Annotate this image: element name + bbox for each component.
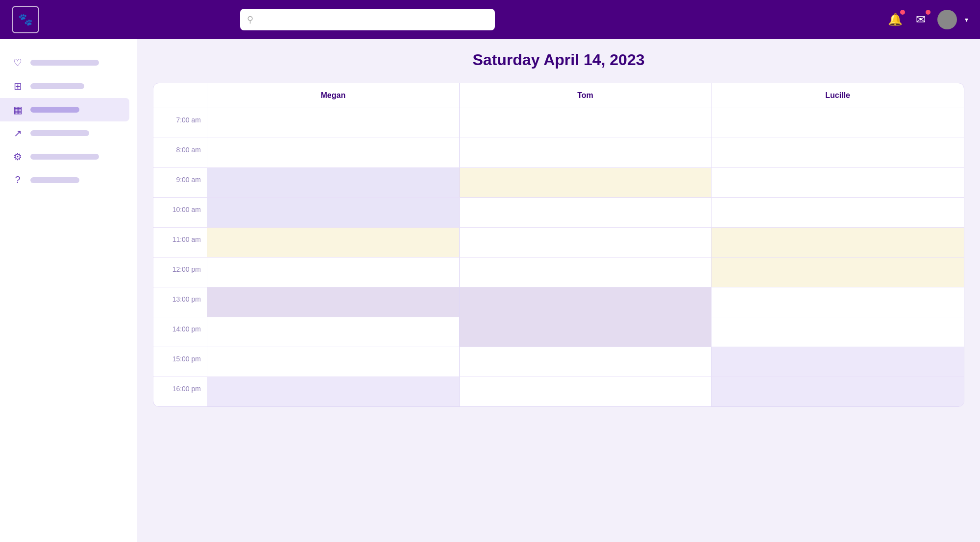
time-label: 7:00 am (153, 108, 207, 138)
sidebar-item-shop-label (30, 83, 84, 89)
time-row: 9:00 am (153, 168, 964, 198)
time-label: 11:00 am (153, 228, 207, 257)
sidebar-item-settings[interactable]: ⚙ (0, 145, 129, 168)
cell-14-00-pm-megan[interactable] (207, 317, 460, 347)
logo[interactable]: 🐾 (12, 6, 39, 33)
cell-8-00-am-lucille[interactable] (711, 138, 964, 167)
settings-icon: ⚙ (12, 151, 24, 163)
messages-button[interactable]: ✉ (912, 11, 930, 28)
notification-button[interactable]: 🔔 (886, 11, 904, 28)
time-row: 15:00 pm (153, 347, 964, 377)
sidebar-item-analytics-label (30, 130, 89, 136)
search-icon: ⚲ (247, 14, 253, 25)
column-header-tom: Tom (460, 83, 712, 108)
cell-13-00-pm-megan[interactable] (207, 287, 460, 317)
time-label: 14:00 pm (153, 317, 207, 347)
calendar-body: 7:00 am8:00 am9:00 am10:00 am11:00 am12:… (153, 108, 964, 406)
cell-15-00-pm-megan[interactable] (207, 347, 460, 377)
time-row: 11:00 am (153, 228, 964, 258)
time-label: 16:00 pm (153, 377, 207, 406)
cell-15-00-pm-lucille[interactable] (711, 347, 964, 377)
time-label: 12:00 pm (153, 258, 207, 287)
column-header-lucille: Lucille (711, 83, 964, 108)
cell-7-00-am-megan[interactable] (207, 108, 460, 138)
calendar-header: Megan Tom Lucille (153, 83, 964, 108)
cell-14-00-pm-tom[interactable] (460, 317, 712, 347)
time-label: 15:00 pm (153, 347, 207, 377)
column-header-megan: Megan (207, 83, 460, 108)
sidebar-item-help[interactable]: ? (0, 168, 129, 191)
cell-16-00-pm-megan[interactable] (207, 377, 460, 406)
cell-11-00-am-lucille[interactable] (711, 228, 964, 257)
cell-13-00-pm-lucille[interactable] (711, 287, 964, 317)
cell-7-00-am-lucille[interactable] (711, 108, 964, 138)
cell-14-00-pm-lucille[interactable] (711, 317, 964, 347)
cell-7-00-am-tom[interactable] (460, 108, 712, 138)
cell-12-00-pm-megan[interactable] (207, 258, 460, 287)
sidebar-item-shop[interactable]: ⊞ (0, 74, 129, 98)
shop-icon: ⊞ (12, 80, 24, 92)
cell-15-00-pm-tom[interactable] (460, 347, 712, 377)
sidebar: ♡ ⊞ ▦ ↗ ⚙ ? (0, 39, 137, 542)
sidebar-item-settings-label (30, 154, 99, 160)
cell-10-00-am-lucille[interactable] (711, 198, 964, 227)
cell-10-00-am-tom[interactable] (460, 198, 712, 227)
cell-9-00-am-lucille[interactable] (711, 168, 964, 197)
time-label: 9:00 am (153, 168, 207, 197)
sidebar-item-health[interactable]: ♡ (0, 51, 129, 74)
cell-16-00-pm-tom[interactable] (460, 377, 712, 406)
cell-13-00-pm-tom[interactable] (460, 287, 712, 317)
sidebar-item-analytics[interactable]: ↗ (0, 121, 129, 145)
search-container: ⚲ (240, 9, 495, 30)
cell-10-00-am-megan[interactable] (207, 198, 460, 227)
cell-8-00-am-megan[interactable] (207, 138, 460, 167)
header-actions: 🔔 ✉ ▾ (886, 10, 968, 29)
sidebar-item-calendar-label (30, 107, 79, 113)
message-badge (925, 9, 931, 16)
analytics-icon: ↗ (12, 127, 24, 139)
cell-12-00-pm-tom[interactable] (460, 258, 712, 287)
cell-9-00-am-megan[interactable] (207, 168, 460, 197)
sidebar-item-calendar[interactable]: ▦ (0, 98, 129, 121)
time-row: 16:00 pm (153, 377, 964, 406)
content-area: Saturday April 14, 2023 Megan Tom Lucill… (137, 39, 980, 542)
time-label: 13:00 pm (153, 287, 207, 317)
chevron-down-icon[interactable]: ▾ (965, 16, 968, 24)
time-row: 13:00 pm (153, 287, 964, 317)
time-column-header (153, 83, 207, 108)
search-input[interactable] (240, 9, 495, 30)
time-label: 8:00 am (153, 138, 207, 167)
cell-11-00-am-megan[interactable] (207, 228, 460, 257)
time-row: 12:00 pm (153, 258, 964, 287)
help-icon: ? (12, 174, 24, 186)
health-icon: ♡ (12, 57, 24, 69)
cell-16-00-pm-lucille[interactable] (711, 377, 964, 406)
header: 🐾 ⚲ 🔔 ✉ ▾ (0, 0, 980, 39)
cell-8-00-am-tom[interactable] (460, 138, 712, 167)
cell-11-00-am-tom[interactable] (460, 228, 712, 257)
time-row: 8:00 am (153, 138, 964, 168)
time-row: 10:00 am (153, 198, 964, 228)
main-layout: ♡ ⊞ ▦ ↗ ⚙ ? Saturday April 14, 2023 (0, 39, 980, 542)
sidebar-item-help-label (30, 177, 79, 183)
time-label: 10:00 am (153, 198, 207, 227)
time-row: 7:00 am (153, 108, 964, 138)
message-icon: ✉ (916, 13, 926, 26)
calendar-grid: Megan Tom Lucille 7:00 am8:00 am9:00 am1… (153, 83, 964, 407)
time-row: 14:00 pm (153, 317, 964, 347)
notification-badge (899, 9, 906, 16)
cell-9-00-am-tom[interactable] (460, 168, 712, 197)
page-title: Saturday April 14, 2023 (153, 51, 964, 69)
calendar-icon: ▦ (12, 104, 24, 116)
logo-icon: 🐾 (18, 13, 33, 26)
sidebar-item-health-label (30, 60, 99, 66)
cell-12-00-pm-lucille[interactable] (711, 258, 964, 287)
avatar[interactable] (937, 10, 957, 29)
